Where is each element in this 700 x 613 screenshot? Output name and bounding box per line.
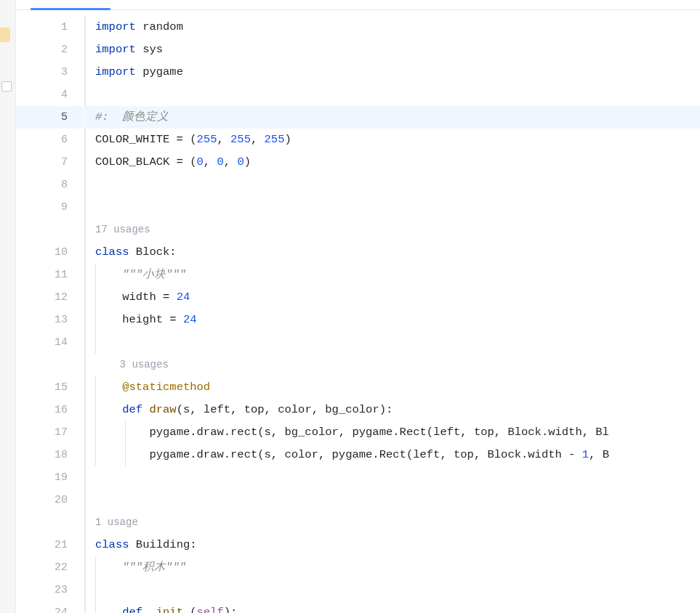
- number-literal: 255: [230, 133, 251, 146]
- code-line[interactable]: """积木""": [84, 556, 700, 579]
- line-number[interactable]: 8: [16, 174, 84, 196]
- decorator: @staticmethod: [122, 381, 210, 394]
- self-param: self: [197, 606, 224, 613]
- line-number[interactable]: 14: [16, 331, 84, 354]
- code-line[interactable]: [84, 196, 700, 219]
- line-number[interactable]: 16: [16, 399, 84, 421]
- code-line[interactable]: import random: [84, 16, 700, 38]
- code-line[interactable]: [84, 331, 700, 354]
- code-line[interactable]: width = 24: [84, 286, 700, 309]
- keyword: import: [95, 65, 136, 78]
- line-number[interactable]: 7: [16, 151, 84, 174]
- keyword: import: [95, 43, 136, 56]
- class-name: Block:: [136, 245, 177, 259]
- editor-wrap: 1 2 3 4 5 6 7 8 9 10 11 12 13 14 15 16 1…: [16, 0, 700, 613]
- number-literal: 0: [237, 155, 244, 169]
- code-line[interactable]: [84, 466, 700, 489]
- bookmark-marker[interactable]: [0, 28, 10, 42]
- number-literal: 0: [197, 155, 204, 169]
- module-name: pygame: [142, 65, 183, 78]
- line-number[interactable]: 5: [16, 106, 84, 129]
- code-line[interactable]: """小块""": [84, 264, 700, 286]
- number-literal: 1: [582, 448, 589, 461]
- comment: #: 颜色定义: [95, 110, 169, 123]
- module-name: random: [142, 20, 183, 33]
- code-line[interactable]: class Block:: [84, 241, 700, 264]
- editor-body: 1 2 3 4 5 6 7 8 9 10 11 12 13 14 15 16 1…: [16, 10, 700, 613]
- line-number[interactable]: 10: [16, 241, 84, 264]
- line-number[interactable]: 22: [16, 556, 84, 579]
- line-number[interactable]: 2: [16, 38, 84, 61]
- keyword: def: [122, 606, 142, 613]
- number-literal: 255: [197, 133, 217, 146]
- code-line[interactable]: COLOR_BLACK = (0, 0, 0): [84, 151, 700, 174]
- docstring: """小块""": [122, 268, 186, 281]
- line-number[interactable]: 15: [16, 376, 84, 399]
- line-number[interactable]: 19: [16, 466, 84, 489]
- code-line[interactable]: def init (self):: [84, 601, 700, 613]
- line-number[interactable]: 3: [16, 61, 84, 84]
- code-line[interactable]: pygame.draw.rect(s, bg_color, pygame.Rec…: [84, 421, 700, 444]
- function-name: draw: [149, 403, 176, 416]
- left-gutter-bar: [0, 0, 16, 613]
- gutter-pad: [16, 354, 84, 376]
- structure-toggle-icon[interactable]: [1, 81, 12, 92]
- keyword: def: [122, 403, 142, 416]
- line-number[interactable]: 12: [16, 286, 84, 309]
- line-number[interactable]: 24: [16, 601, 84, 613]
- line-number[interactable]: 1: [16, 16, 84, 38]
- line-number[interactable]: 11: [16, 264, 84, 286]
- code-line[interactable]: [84, 489, 700, 511]
- keyword: class: [95, 538, 129, 551]
- keyword: class: [95, 245, 129, 259]
- editor-tabbar[interactable]: [16, 0, 700, 10]
- code-line[interactable]: import pygame: [84, 61, 700, 84]
- gutter-pad: [16, 511, 84, 534]
- function-name: init: [156, 606, 190, 613]
- docstring: """积木""": [122, 561, 186, 574]
- line-number[interactable]: 9: [16, 196, 84, 219]
- line-number[interactable]: 23: [16, 579, 84, 601]
- code-line[interactable]: COLOR_WHITE = (255, 255, 255): [84, 129, 700, 151]
- line-number[interactable]: 21: [16, 534, 84, 556]
- line-number[interactable]: 20: [16, 489, 84, 511]
- code-line[interactable]: pygame.draw.rect(s, color, pygame.Rect(l…: [84, 444, 700, 466]
- code-line[interactable]: @staticmethod: [84, 376, 700, 399]
- usages-inlay[interactable]: 17 usages: [84, 219, 700, 241]
- line-number[interactable]: 17: [16, 421, 84, 444]
- class-name: Building:: [136, 538, 197, 551]
- number-literal: 24: [177, 291, 190, 304]
- code-area[interactable]: import random import sys import pygame #…: [84, 10, 700, 613]
- number-literal: 255: [265, 133, 285, 146]
- line-number[interactable]: 6: [16, 129, 84, 151]
- code-line[interactable]: [84, 174, 700, 196]
- usages-inlay[interactable]: 3 usages: [84, 354, 700, 376]
- ide-window: 1 2 3 4 5 6 7 8 9 10 11 12 13 14 15 16 1…: [0, 0, 700, 613]
- usages-inlay[interactable]: 1 usage: [84, 511, 700, 534]
- line-number[interactable]: 4: [16, 84, 84, 106]
- code-line[interactable]: [84, 579, 700, 601]
- code-line[interactable]: def draw(s, left, top, color, bg_color):: [84, 399, 700, 421]
- code-line[interactable]: import sys: [84, 38, 700, 61]
- code-line[interactable]: height = 24: [84, 309, 700, 331]
- line-number-gutter[interactable]: 1 2 3 4 5 6 7 8 9 10 11 12 13 14 15 16 1…: [16, 10, 84, 613]
- number-literal: 24: [183, 313, 197, 326]
- line-number[interactable]: 18: [16, 444, 84, 466]
- code-line[interactable]: class Building:: [84, 534, 700, 556]
- keyword: import: [95, 20, 136, 33]
- number-literal: 0: [217, 155, 223, 169]
- module-name: sys: [142, 43, 163, 56]
- code-line[interactable]: #: 颜色定义: [84, 106, 700, 129]
- line-number[interactable]: 13: [16, 309, 84, 331]
- code-line[interactable]: [84, 84, 700, 106]
- gutter-pad: [16, 219, 84, 241]
